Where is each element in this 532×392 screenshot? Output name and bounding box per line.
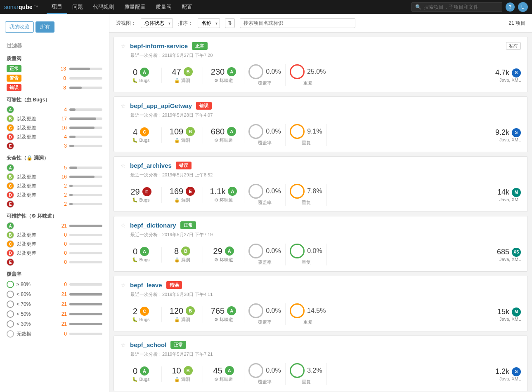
status-badge: 正常 xyxy=(180,221,196,229)
view-select[interactable]: 总体状态 xyxy=(141,18,173,28)
sort-select[interactable]: 名称 xyxy=(198,18,220,28)
lang-tags: Java, XML xyxy=(495,77,521,82)
qg-count-normal: 13 xyxy=(61,66,66,72)
maintain-row-a[interactable]: A 21 xyxy=(0,221,109,230)
qg-row-warn[interactable]: 警告 0 xyxy=(0,73,109,83)
dup-circle xyxy=(290,303,305,318)
vulns-grade: B xyxy=(181,246,190,256)
favorite-star[interactable]: ☆ xyxy=(121,222,126,229)
nav-issues[interactable]: 问题 xyxy=(67,0,88,14)
security-group-title: 安全性（🔒 漏洞） xyxy=(0,150,109,163)
qg-bar-error xyxy=(69,87,102,89)
view-select-wrap[interactable]: 总体状态 xyxy=(141,18,173,28)
coverage-circle xyxy=(248,363,263,378)
coverage-circle xyxy=(248,184,263,199)
nav-projects[interactable]: 项目 xyxy=(47,0,67,14)
nav-quality-profiles[interactable]: 质量配置 xyxy=(119,0,151,14)
duplication-metric: 25.0% 重复 xyxy=(286,64,330,86)
reliability-row-b[interactable]: B 以及更差 17 xyxy=(0,114,109,123)
project-name[interactable]: bepf_app_apiGetway xyxy=(130,102,192,109)
dup-pct: 7.8% xyxy=(307,188,322,195)
bugs-icon: 🐛 xyxy=(132,257,138,263)
security-row-e[interactable]: E 2 xyxy=(0,200,109,209)
nav-quality-gates[interactable]: 质量阀 xyxy=(151,0,177,14)
reliability-row-e[interactable]: E 3 xyxy=(0,141,109,150)
project-name[interactable]: bepf_leave xyxy=(130,282,162,289)
reliability-row-a[interactable]: A 4 xyxy=(0,105,109,114)
coverage-row-nodata[interactable]: 无数据 0 xyxy=(0,329,109,339)
smells-grade: A xyxy=(227,67,236,76)
topnav: sonarqube ™ 项目 问题 代码规则 质量配置 质量阀 配置 🔍 ? U xyxy=(0,0,532,14)
smells-metric: 680 A ⚙ 坏味道 xyxy=(203,127,244,143)
cov-circle-80 xyxy=(7,291,14,298)
sort-order-button[interactable]: ⇅ xyxy=(225,18,235,28)
tab-all[interactable]: 所有 xyxy=(35,21,54,33)
coverage-metric: 0.0% 覆盖率 xyxy=(244,363,286,385)
coverage-row-70[interactable]: < 70% 21 xyxy=(0,299,109,309)
nav-rules[interactable]: 代码规则 xyxy=(88,0,119,14)
project-search-input[interactable] xyxy=(240,18,355,28)
security-row-d[interactable]: D 以及更差 2 xyxy=(0,190,109,200)
project-name[interactable]: bepf_school xyxy=(130,341,166,348)
maintain-row-c[interactable]: C 以及更差 0 xyxy=(0,239,109,249)
vulns-metric: 10 B 🔒 漏洞 xyxy=(162,366,203,383)
coverage-row-30[interactable]: < 30% 21 xyxy=(0,319,109,329)
smells-metric: 45 A ⚙ 坏味道 xyxy=(203,366,244,383)
size-value: 1.2k xyxy=(495,367,509,376)
maintain-row-d[interactable]: D 以及更差 0 xyxy=(0,249,109,258)
project-count: 21 项目 xyxy=(508,20,525,27)
bugs-grade: A xyxy=(140,366,149,376)
grade-c-badge: C xyxy=(7,124,14,131)
vulns-count: 169 xyxy=(170,187,183,196)
coverage-row-50[interactable]: < 50% 21 xyxy=(0,309,109,319)
bugs-icon: 🐛 xyxy=(132,138,138,143)
project-name[interactable]: bepf_dictionary xyxy=(130,222,176,229)
sidebar: 我的收藏 所有 过滤器 质量阀 正常 13 警告 0 错误 8 可靠性（虫 Bu… xyxy=(0,14,109,392)
bugs-metric: 0 A 🐛 Bugs xyxy=(121,68,162,83)
bugs-count: 0 xyxy=(133,68,137,77)
duplication-metric: 7.8% 重复 xyxy=(286,184,327,206)
global-search[interactable]: 🔍 xyxy=(411,2,502,12)
vulns-count: 109 xyxy=(170,127,183,136)
bugs-metric: 4 C 🐛 Bugs xyxy=(121,127,162,143)
security-row-c[interactable]: C 以及更差 2 xyxy=(0,181,109,190)
lang-tags: Java, XML xyxy=(497,317,521,322)
card-metrics: 4 C 🐛 Bugs 109 B 🔒 漏洞 680 A ⚙ 坏味道 xyxy=(114,121,527,152)
coverage-row-80plus[interactable]: ≥ 80% 0 xyxy=(0,279,109,289)
maintain-row-b[interactable]: B 以及更差 0 xyxy=(0,230,109,239)
favorite-star[interactable]: ☆ xyxy=(121,103,126,109)
project-card: ☆ bepf-inform-service 正常 私有 最近一次分析：2019年… xyxy=(113,37,528,92)
favorite-star[interactable]: ☆ xyxy=(121,162,126,169)
bugs-metric: 0 A 🐛 Bugs xyxy=(121,366,162,382)
qg-row-normal[interactable]: 正常 13 xyxy=(0,64,109,73)
coverage-pct: 0.0% xyxy=(266,128,281,135)
vulns-count: 47 xyxy=(172,67,181,77)
dup-pct: 25.0% xyxy=(307,68,326,75)
status-badge: 正常 xyxy=(170,341,186,349)
size-avatar: M xyxy=(512,307,521,317)
nav-config[interactable]: 配置 xyxy=(177,0,197,14)
security-row-b[interactable]: B 以及更差 16 xyxy=(0,172,109,181)
favorite-star[interactable]: ☆ xyxy=(121,342,126,348)
tab-my-favorites[interactable]: 我的收藏 xyxy=(5,21,34,33)
search-input[interactable] xyxy=(424,4,498,10)
user-avatar[interactable]: U xyxy=(518,2,528,12)
bugs-count: 4 xyxy=(133,127,137,137)
reliability-row-d[interactable]: D 以及更差 4 xyxy=(0,132,109,141)
sort-select-wrap[interactable]: 名称 xyxy=(198,18,220,28)
maintain-row-e[interactable]: E 0 xyxy=(0,258,109,267)
coverage-row-80[interactable]: < 80% 21 xyxy=(0,289,109,299)
lang-size-group: 685 XS Java, XML xyxy=(497,248,521,262)
vulns-icon: 🔒 xyxy=(174,78,180,83)
security-row-a[interactable]: A 5 xyxy=(0,163,109,172)
project-name[interactable]: bepf-inform-service xyxy=(130,42,188,49)
qg-count-warn: 0 xyxy=(63,75,66,81)
project-name[interactable]: bepf_archives xyxy=(130,162,172,169)
help-button[interactable]: ? xyxy=(506,2,515,12)
filter-section-title: 过滤器 xyxy=(0,39,109,51)
qg-row-error[interactable]: 错误 8 xyxy=(0,83,109,92)
favorite-star[interactable]: ☆ xyxy=(121,282,126,289)
reliability-row-c[interactable]: C 以及更差 16 xyxy=(0,123,109,132)
favorite-star[interactable]: ☆ xyxy=(121,43,126,49)
card-header: ☆ bepf_app_apiGetway 错误 xyxy=(114,97,527,112)
